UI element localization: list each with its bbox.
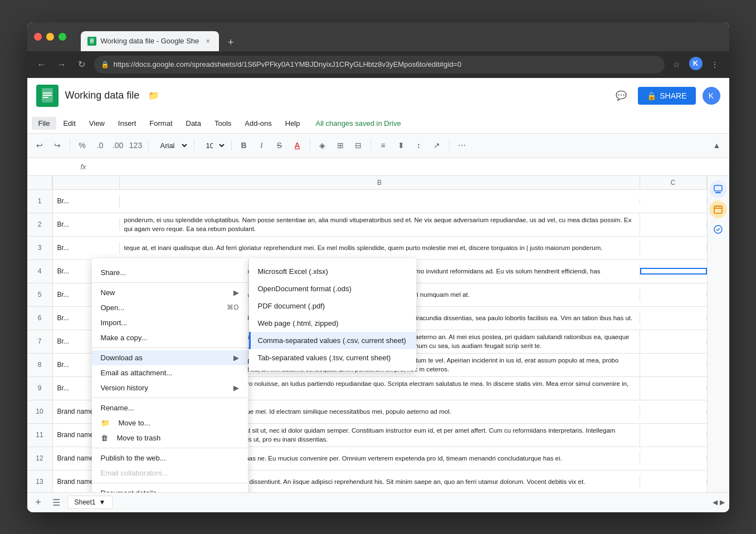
cell-c1[interactable] — [640, 199, 707, 203]
tab-sheets-icon — [87, 37, 96, 46]
new-tab-button[interactable]: + — [222, 35, 239, 51]
cell-c5[interactable] — [640, 292, 707, 297]
active-tab[interactable]: Working data file - Google She × — [81, 31, 220, 51]
back-button[interactable]: ← — [34, 57, 50, 72]
minimize-button[interactable] — [46, 33, 54, 41]
file-menu-download-as[interactable]: Download as ▶ — [92, 350, 248, 365]
redo-button[interactable]: ↪ — [50, 138, 65, 153]
bold-button[interactable]: B — [236, 138, 252, 153]
open-label: Open... — [101, 303, 125, 312]
align-button[interactable]: ≡ — [375, 138, 391, 153]
cell-c8[interactable] — [640, 362, 707, 367]
cell-c3[interactable] — [640, 246, 707, 250]
cell-a3[interactable]: Br... — [53, 242, 120, 254]
menu-data[interactable]: Data — [179, 117, 208, 130]
cell-c4[interactable] — [640, 268, 707, 275]
merge-button[interactable]: ⊟ — [350, 138, 366, 153]
decimal00-button[interactable]: .00 — [110, 138, 126, 153]
url-bar[interactable]: 🔒 https://docs.google.com/spreadsheets/d… — [94, 56, 665, 74]
italic-button[interactable]: I — [254, 138, 270, 153]
file-menu-email-attachment[interactable]: Email as attachment... — [92, 365, 248, 380]
strikethrough-button[interactable]: S — [272, 138, 287, 153]
share-button[interactable]: 🔒 SHARE — [638, 87, 695, 105]
font-family-select[interactable]: Arial — [153, 138, 189, 153]
user-avatar[interactable]: K — [703, 87, 720, 105]
decimal0-button[interactable]: .0 — [92, 138, 108, 153]
rotate-button[interactable]: ↗ — [429, 138, 445, 153]
cell-c11[interactable] — [640, 433, 707, 437]
percent-button[interactable]: % — [75, 138, 90, 153]
tab-close-button[interactable]: × — [203, 37, 212, 46]
side-tasks-icon[interactable] — [709, 221, 727, 238]
col-header-c[interactable]: C — [640, 176, 707, 189]
prev-sheet-button[interactable]: ◀ — [713, 498, 718, 506]
file-menu-make-copy[interactable]: Make a copy... — [92, 330, 248, 345]
menu-format[interactable]: Format — [143, 117, 179, 130]
profile-button[interactable]: K — [689, 57, 703, 70]
download-tsv[interactable]: Tab-separated values (.tsv, current shee… — [249, 349, 416, 366]
sheet-tab-1[interactable]: Sheet1 ▼ — [67, 496, 113, 509]
folder-icon[interactable]: 📁 — [148, 90, 159, 101]
format123-button[interactable]: 123 — [128, 138, 144, 153]
cell-a1[interactable]: Br... — [53, 195, 120, 207]
undo-button[interactable]: ↩ — [32, 138, 47, 153]
menu-view[interactable]: View — [82, 117, 111, 130]
col-header-b[interactable]: B — [120, 176, 640, 189]
file-menu-version-history[interactable]: Version history ▶ — [92, 380, 248, 395]
sheet-list-button[interactable]: ☰ — [50, 496, 63, 509]
forward-button[interactable]: → — [54, 57, 70, 72]
menu-insert[interactable]: Insert — [111, 117, 143, 130]
file-menu-new[interactable]: New ▶ — [92, 285, 248, 300]
menu-help[interactable]: Help — [279, 117, 307, 130]
file-menu-move-to[interactable]: 📁 Move to... — [92, 415, 248, 430]
maximize-button[interactable] — [58, 33, 66, 41]
fill-color-button[interactable]: ◈ — [315, 138, 330, 153]
close-button[interactable] — [34, 33, 42, 41]
file-menu-open[interactable]: Open... ⌘O — [92, 300, 248, 315]
add-sheet-button[interactable]: + — [32, 496, 45, 509]
cell-c6[interactable] — [640, 316, 707, 320]
menu-edit[interactable]: Edit — [56, 117, 82, 130]
cell-c7[interactable] — [640, 339, 707, 344]
file-menu-share[interactable]: Share... — [92, 265, 248, 280]
menu-add-ons[interactable]: Add-ons — [238, 117, 278, 130]
more-button[interactable]: ⋯ — [454, 138, 470, 153]
refresh-button[interactable]: ↻ — [74, 57, 90, 72]
borders-button[interactable]: ⊞ — [333, 138, 348, 153]
menu-tools[interactable]: Tools — [208, 117, 238, 130]
download-pdf[interactable]: PDF document (.pdf) — [249, 297, 416, 315]
cell-c2[interactable] — [640, 222, 707, 227]
collapse-toolbar-button[interactable]: ▲ — [709, 138, 725, 153]
cell-c13[interactable] — [640, 479, 707, 484]
text-wrap-button[interactable]: ↕ — [411, 138, 427, 153]
cell-b2[interactable]: ponderum, ei usu splendide voluptatibus.… — [120, 213, 640, 236]
col-header-a[interactable] — [53, 176, 120, 189]
download-csv[interactable]: Comma-separated values (.csv, current sh… — [249, 332, 416, 349]
download-html[interactable]: Web page (.html, zipped) — [249, 315, 416, 332]
file-menu-import[interactable]: Import... — [92, 315, 248, 330]
side-explore-icon[interactable] — [709, 180, 727, 198]
next-sheet-button[interactable]: ▶ — [720, 498, 725, 506]
comment-button[interactable]: 💬 — [611, 86, 631, 106]
font-size-select[interactable]: 10 — [199, 138, 227, 153]
cell-c9[interactable] — [640, 386, 707, 390]
side-calendar-icon[interactable] — [709, 200, 727, 218]
file-menu-document-details[interactable]: Document details... — [92, 486, 248, 492]
cell-b3[interactable]: teque at, et inani qualisque duo. Ad fer… — [120, 241, 640, 254]
cell-b1[interactable] — [120, 199, 640, 203]
browser-menu-button[interactable]: ⋮ — [707, 57, 723, 72]
document-title[interactable]: Working data file — [65, 90, 140, 101]
cell-c12[interactable] — [640, 456, 707, 460]
download-xlsx[interactable]: Microsoft Excel (.xlsx) — [249, 263, 416, 280]
file-menu-move-to-trash[interactable]: 🗑 Move to trash — [92, 430, 248, 445]
valign-button[interactable]: ⬍ — [393, 138, 409, 153]
cell-c10[interactable] — [640, 409, 707, 414]
file-menu-rename[interactable]: Rename... — [92, 400, 248, 415]
file-menu-publish[interactable]: Publish to the web... — [92, 450, 248, 466]
download-ods[interactable]: OpenDocument format (.ods) — [249, 280, 416, 297]
menu-file[interactable]: File — [32, 117, 57, 130]
svg-rect-7 — [43, 97, 48, 98]
star-button[interactable]: ☆ — [669, 57, 685, 72]
cell-a2[interactable]: Br... — [53, 218, 120, 231]
text-color-button[interactable]: A — [290, 138, 305, 153]
